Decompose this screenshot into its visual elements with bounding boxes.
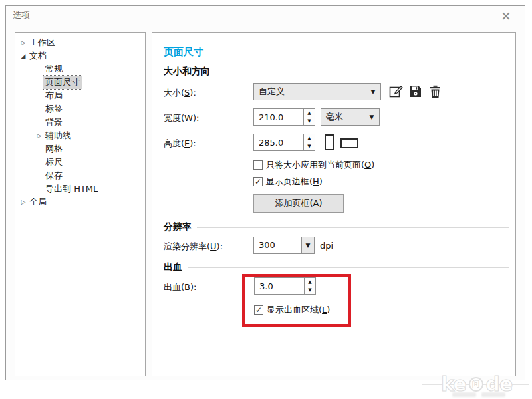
tree-item-rulers[interactable]: 标尺 <box>15 156 145 169</box>
width-label: 宽度(W): <box>164 112 199 124</box>
watermark-subtext-blur <box>452 392 505 397</box>
tree-item-label: 标尺 <box>43 156 65 169</box>
tree-item-document[interactable]: ◢ 文档 <box>15 49 145 63</box>
screenshot-stage: 选项 ✕ ▷ 工作区 ◢ 文档 常规 页面尺寸 布局 标签 <box>0 0 532 399</box>
tree-item-label: 背景 <box>43 116 65 129</box>
watermark-badge-icon: 问 <box>469 377 483 392</box>
tree-expand-icon[interactable]: ▷ <box>35 132 43 139</box>
show-bleed-area-checkbox[interactable]: ✓ 显示出血区域(L) <box>254 304 330 316</box>
tree-item-label: 文档 <box>27 49 49 63</box>
add-page-frame-button[interactable]: 添加页框(A) <box>253 194 344 213</box>
chevron-down-icon: ▼ <box>364 114 379 120</box>
checkbox-label: 只将大小应用到当前页面(O) <box>266 159 374 171</box>
spin-down-icon[interactable]: ▼ <box>305 286 315 294</box>
checkbox-label: 显示出血区域(L) <box>267 304 330 316</box>
checkbox-checked[interactable]: ✓ <box>253 177 263 186</box>
chevron-down-icon[interactable]: ▼ <box>301 237 315 254</box>
spin-down-icon[interactable]: ▼ <box>304 117 315 125</box>
tree-item-label: 保存 <box>43 169 65 182</box>
size-preset-dropdown[interactable]: 自定义 ▼ <box>253 83 381 100</box>
tree-item-export-html[interactable]: 导出到 HTML <box>15 182 145 196</box>
tree-item-label: 布局 <box>43 89 65 102</box>
tree-expand-icon[interactable]: ▷ <box>19 39 27 46</box>
show-page-border-checkbox[interactable]: ✓ 显示页边框(H) <box>253 176 323 188</box>
height-field: ▲ ▼ <box>253 134 315 151</box>
section-bleed: 出血 <box>164 261 509 273</box>
tree-item-background[interactable]: 背景 <box>15 116 145 129</box>
dpi-unit-label: dpi <box>320 241 333 251</box>
size-preset-value: 自定义 <box>254 86 366 98</box>
section-size-orientation: 大小和方向 <box>164 66 509 78</box>
options-dialog: 选项 ✕ ▷ 工作区 ◢ 文档 常规 页面尺寸 布局 标签 <box>5 5 525 380</box>
unit-value: 毫米 <box>321 111 364 123</box>
watermark: ke 问 de <box>422 372 529 399</box>
tree-item-label: 全局 <box>27 196 49 209</box>
settings-tree-panel: ▷ 工作区 ◢ 文档 常规 页面尺寸 布局 标签 背景 ▷ <box>15 32 146 376</box>
tree-item-label: 标签 <box>43 102 65 116</box>
tree-item-guidelines[interactable]: ▷ 辅助线 <box>15 129 145 142</box>
tree-expand-icon[interactable]: ▷ <box>19 199 27 205</box>
apply-current-page-checkbox[interactable]: 只将大小应用到当前页面(O) <box>253 159 374 171</box>
spin-down-icon[interactable]: ▼ <box>304 142 315 150</box>
dialog-title: 选项 <box>13 9 30 21</box>
tree-item-label: 工作区 <box>27 36 57 49</box>
render-resolution-label: 渲染分辨率(U): <box>164 241 223 253</box>
bleed-field: ▲ ▼ <box>254 277 316 295</box>
checkbox-label: 显示页边框(H) <box>266 176 323 188</box>
bleed-label: 出血(B): <box>164 281 196 293</box>
size-label: 大小(S): <box>164 87 196 99</box>
tree-item-save[interactable]: 保存 <box>15 169 145 182</box>
tree-item-workspace[interactable]: ▷ 工作区 <box>15 36 145 49</box>
spin-up-icon[interactable]: ▲ <box>304 134 315 142</box>
tree-item-label: 网格 <box>43 142 65 156</box>
checkbox-checked[interactable]: ✓ <box>254 305 263 315</box>
page-size-panel: 页面尺寸 大小和方向 大小(S): 自定义 ▼ <box>152 32 516 376</box>
landscape-orientation-icon[interactable] <box>340 138 358 148</box>
tree-item-label: 辅助线 <box>43 129 73 142</box>
width-field: ▲ ▼ <box>253 108 315 126</box>
tree-item-label: 常规 <box>43 63 65 76</box>
spin-up-icon[interactable]: ▲ <box>305 278 315 286</box>
chevron-down-icon: ▼ <box>366 88 380 95</box>
bleed-stepper: ▲ ▼ <box>304 277 316 295</box>
unit-dropdown[interactable]: 毫米 ▼ <box>321 108 380 126</box>
tree-item-page-size[interactable]: 页面尺寸 <box>15 76 145 89</box>
close-icon[interactable]: ✕ <box>497 7 515 25</box>
width-stepper: ▲ ▼ <box>303 108 315 126</box>
height-input[interactable] <box>253 134 303 151</box>
resolution-value: 300 <box>253 237 301 254</box>
tree-item-label: 页面尺寸 <box>43 76 82 89</box>
tree-item-grid[interactable]: 网格 <box>15 142 145 156</box>
height-label: 高度(E): <box>164 138 196 150</box>
bleed-input[interactable] <box>254 277 304 295</box>
tree-item-layout[interactable]: 布局 <box>15 89 145 102</box>
resolution-dropdown[interactable]: 300 ▼ <box>253 237 315 254</box>
tree-item-label: 导出到 HTML <box>43 182 100 196</box>
section-resolution: 分辨率 <box>164 221 509 233</box>
delete-page-size-icon[interactable] <box>430 85 441 98</box>
tree-item-general[interactable]: 常规 <box>15 63 145 76</box>
edit-page-size-icon[interactable] <box>389 85 403 99</box>
tree-item-label-page[interactable]: 标签 <box>15 102 145 116</box>
tree-item-global[interactable]: ▷ 全局 <box>15 196 145 209</box>
height-stepper: ▲ ▼ <box>303 134 315 151</box>
width-input[interactable] <box>253 108 303 126</box>
portrait-orientation-icon[interactable] <box>325 134 334 150</box>
spin-up-icon[interactable]: ▲ <box>304 109 315 117</box>
checkbox-unchecked[interactable] <box>253 160 263 170</box>
tree-collapse-icon[interactable]: ◢ <box>19 53 27 59</box>
page-title: 页面尺寸 <box>164 46 203 59</box>
save-page-size-icon[interactable] <box>410 86 422 98</box>
